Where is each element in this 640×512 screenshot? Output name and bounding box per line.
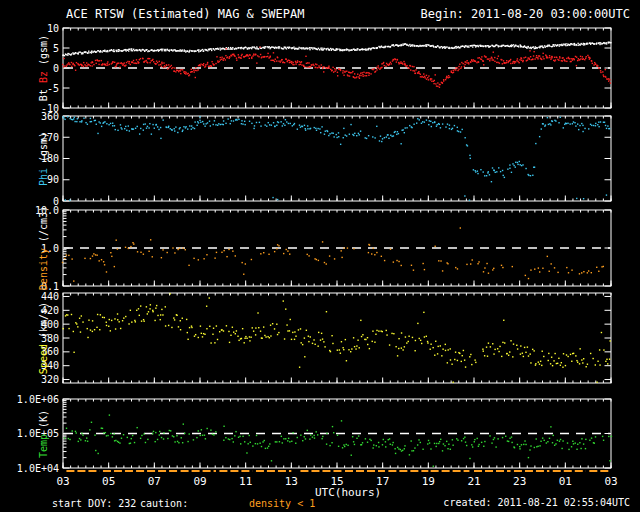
speed-panel-frame <box>63 293 611 383</box>
caution-value: density < 1 <box>249 498 315 509</box>
y-axis-title-part: (gsm) <box>38 131 49 167</box>
y-axis-title-part: (/cm3) <box>38 206 49 248</box>
created-timestamp: created: 2011-08-21 02:55:04UTC <box>443 497 630 508</box>
x-tick-label: 19 <box>415 476 441 488</box>
plot-canvas <box>0 0 640 512</box>
x-tick-label: 21 <box>461 476 487 488</box>
x-tick-label: 13 <box>278 476 304 488</box>
phi-panel-frame <box>63 116 611 201</box>
y-axis-title-part: (km/s) <box>38 302 49 344</box>
x-axis-title: UTC(hours) <box>315 487 381 499</box>
x-tick-label: 23 <box>507 476 533 488</box>
x-tick-label: 05 <box>96 476 122 488</box>
x-tick-label: 09 <box>187 476 213 488</box>
y-axis-title-part: Bz <box>38 71 49 83</box>
x-tick-label: 01 <box>552 476 578 488</box>
y-axis-title-part: Temp <box>38 434 49 458</box>
caution-label: caution: <box>140 498 188 509</box>
ace-rtsw-plot: ACE RTSW (Estimated) MAG & SWEPAM Begin:… <box>0 0 640 512</box>
y-axis-title-part: (gsm) <box>38 35 49 71</box>
x-tick-label: 11 <box>233 476 259 488</box>
y-axis-title-part: (K) <box>38 409 49 433</box>
x-tick-label: 07 <box>141 476 167 488</box>
temp-panel-y-axis-title: Temp (K) <box>37 369 51 499</box>
x-tick-label: 03 <box>50 476 76 488</box>
start-doy-label: start DOY: 232 <box>52 498 136 509</box>
x-tick-label: 03 <box>598 476 624 488</box>
